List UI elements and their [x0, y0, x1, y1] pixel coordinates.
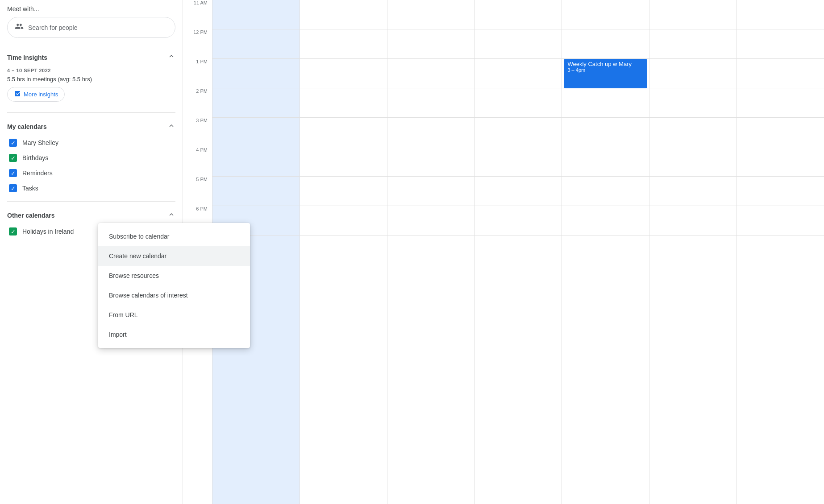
my-calendars-header[interactable]: My calendars: [7, 118, 175, 135]
calendar-grid: 11 AM 12 PM 1 PM 2 PM 3 PM 4 PM 5 PM 6 P…: [183, 0, 824, 504]
hour-6pm-col7: [737, 206, 824, 235]
hour-5pm-col2: [300, 177, 387, 206]
time-label-4pm: 4 PM: [183, 147, 212, 177]
hour-3pm-col2: [300, 118, 387, 147]
hour-2pm-col3: [387, 88, 474, 118]
hour-5pm-col7: [737, 177, 824, 206]
dropdown-browse-resources[interactable]: Browse resources: [98, 266, 250, 285]
time-insights-section: Time Insights 4 – 10 SEPT 2022 5.5 hrs i…: [7, 45, 175, 111]
hour-6pm-col5: [562, 206, 649, 235]
dropdown-from-url[interactable]: From URL: [98, 305, 250, 325]
hour-6pm-col6: [649, 206, 737, 235]
date-range: 4 – 10 SEPT 2022: [7, 68, 175, 73]
hour-4pm-col3: [387, 147, 474, 177]
hour-11am-col3: [387, 0, 474, 29]
more-insights-button[interactable]: More insights: [7, 87, 65, 102]
day-column-7: [737, 0, 824, 504]
hour-1pm-col3: [387, 59, 474, 88]
hour-5pm-col3: [387, 177, 474, 206]
time-label-12pm: 12 PM: [183, 29, 212, 59]
time-insights-content: 4 – 10 SEPT 2022 5.5 hrs in meetings (av…: [7, 66, 175, 107]
hour-6pm-col3: [387, 206, 474, 235]
hour-4pm-col1: [212, 147, 300, 177]
meet-with-section: Meet with... Search for people: [7, 0, 175, 45]
checkbox-mary-shelley: ✓: [9, 139, 17, 147]
other-calendars-chevron-icon: [167, 211, 175, 220]
day-column-6: [649, 0, 737, 504]
search-people-button[interactable]: Search for people: [7, 17, 175, 38]
time-label-5pm: 5 PM: [183, 177, 212, 206]
check-icon-reminders: ✓: [11, 170, 16, 176]
calendar-item-mary-shelley[interactable]: ✓ Mary Shelley: [7, 135, 175, 150]
columns-container: Weekly Catch up w Mary 3 – 4pm: [212, 0, 824, 504]
day-column-5: Weekly Catch up w Mary 3 – 4pm: [562, 0, 649, 504]
hour-6pm-col2: [300, 206, 387, 235]
divider-2: [7, 201, 175, 202]
dropdown-browse-calendars[interactable]: Browse calendars of interest: [98, 285, 250, 305]
meet-with-title: Meet with...: [7, 5, 175, 12]
calendar-name-birthdays: Birthdays: [22, 154, 48, 161]
hour-1pm-col7: [737, 59, 824, 88]
hour-11am-col7: [737, 0, 824, 29]
event-title: Weekly Catch up w Mary: [567, 61, 644, 67]
hour-4pm-col4: [475, 147, 562, 177]
calendar-item-reminders[interactable]: ✓ Reminders: [7, 165, 175, 181]
hour-1pm-col2: [300, 59, 387, 88]
my-calendars-chevron-icon: [167, 122, 175, 132]
hour-2pm-col1: [212, 88, 300, 118]
checkbox-birthdays: ✓: [9, 154, 17, 162]
calendar-item-birthdays[interactable]: ✓ Birthdays: [7, 150, 175, 165]
hour-12pm-col2: [300, 29, 387, 59]
other-calendars-header[interactable]: Other calendars: [7, 207, 175, 224]
hour-5pm-col4: [475, 177, 562, 206]
checkbox-tasks: ✓: [9, 184, 17, 192]
calendar-item-tasks[interactable]: ✓ Tasks: [7, 181, 175, 196]
more-insights-label: More insights: [24, 91, 58, 98]
hour-11am-col1: [212, 0, 300, 29]
check-icon-birthdays: ✓: [11, 155, 16, 161]
hour-3pm-col6: [649, 118, 737, 147]
time-insights-title: Time Insights: [7, 54, 47, 61]
dropdown-create-new[interactable]: Create new calendar: [98, 246, 250, 266]
check-icon: ✓: [11, 140, 16, 146]
hour-3pm-col7: [737, 118, 824, 147]
hour-4pm-col6: [649, 147, 737, 177]
hour-11am-col2: [300, 0, 387, 29]
hour-12pm-col1: [212, 29, 300, 59]
day-column-2: [300, 0, 387, 504]
hour-4pm-col2: [300, 147, 387, 177]
dropdown-import[interactable]: Import: [98, 325, 250, 344]
hour-4pm-col7: [737, 147, 824, 177]
hour-2pm-col4: [475, 88, 562, 118]
checkbox-holidays: ✓: [9, 227, 17, 235]
hour-2pm-col5: [562, 88, 649, 118]
dropdown-subscribe[interactable]: Subscribe to calendar: [98, 227, 250, 246]
check-icon-tasks: ✓: [11, 186, 16, 191]
hour-1pm-col6: [649, 59, 737, 88]
calendar-name-reminders: Reminders: [22, 169, 53, 177]
search-people-label: Search for people: [28, 24, 78, 31]
day-column-3: [387, 0, 474, 504]
calendar-name-tasks: Tasks: [22, 185, 38, 192]
time-grid: 11 AM 12 PM 1 PM 2 PM 3 PM 4 PM 5 PM 6 P…: [183, 0, 824, 504]
meeting-hours: 5.5 hrs in meetings (avg: 5.5 hrs): [7, 76, 175, 83]
hour-3pm-col5: [562, 118, 649, 147]
hour-2pm-col7: [737, 88, 824, 118]
hour-11am-col6: [649, 0, 737, 29]
hour-3pm-col3: [387, 118, 474, 147]
time-insights-header[interactable]: Time Insights: [7, 49, 175, 66]
event-weekly-catch-up[interactable]: Weekly Catch up w Mary 3 – 4pm: [564, 59, 647, 88]
hour-12pm-col5: [562, 29, 649, 59]
hour-1pm-col1: [212, 59, 300, 88]
dropdown-menu: Subscribe to calendar Create new calenda…: [98, 223, 250, 348]
hour-2pm-col6: [649, 88, 737, 118]
my-calendars-title: My calendars: [7, 123, 47, 130]
hour-3pm-col1: [212, 118, 300, 147]
time-insights-chevron-icon: [167, 52, 175, 62]
hour-12pm-col3: [387, 29, 474, 59]
hour-1pm-col4: [475, 59, 562, 88]
hour-12pm-col6: [649, 29, 737, 59]
time-label-3pm: 3 PM: [183, 118, 212, 147]
hour-12pm-col7: [737, 29, 824, 59]
divider-1: [7, 112, 175, 113]
